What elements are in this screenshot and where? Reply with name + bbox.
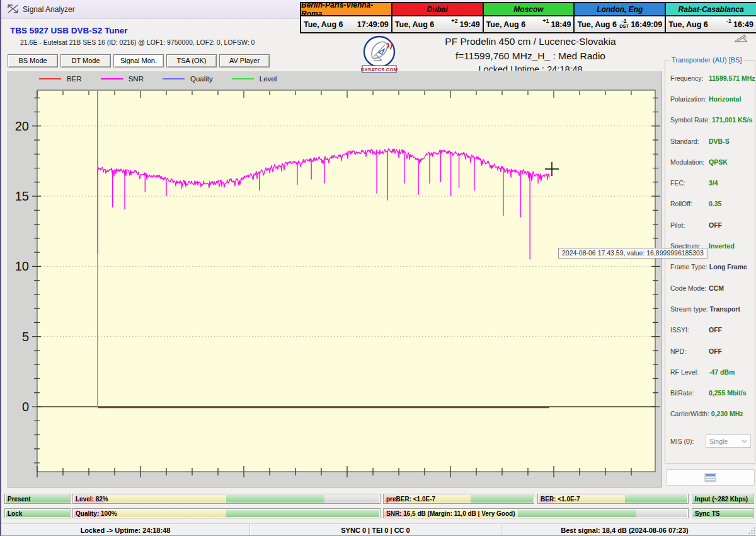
transponder-row: Polarization:Horizontal — [665, 88, 755, 109]
transponder-row: FEC:3/4 — [665, 172, 755, 193]
tuner-details: 21.6E - Eutelsat 21B SES 16 (ID: 0216) @… — [20, 38, 255, 46]
transponder-row-value: 0,255 Mbit/s — [709, 389, 747, 397]
transponder-row: CarrierWidth:0,230 MHz — [665, 404, 755, 424]
transponder-row: Modulation:QPSK — [665, 151, 755, 172]
status-sync-counts: SYNC 0 | TEI 0 | CC 0 — [250, 524, 501, 536]
transponder-row-value: QPSK — [709, 158, 728, 166]
transponder-row-value: 3/4 — [709, 179, 718, 187]
clock-date: Tue, Aug 6 — [668, 20, 726, 29]
stream-info-button[interactable] — [666, 469, 755, 486]
logo-text: DXSATCS.COM — [361, 67, 398, 73]
transponder-row-value: CCM — [709, 284, 724, 292]
svg-text:15: 15 — [15, 189, 29, 203]
present-bar: Present — [4, 494, 71, 504]
tab-signal-mon[interactable]: Signal Mon. — [113, 54, 164, 67]
status-uptime: Locked -> Uptime: 24:18:48 — [1, 524, 249, 536]
clock-city: London, Eng — [575, 3, 665, 16]
site-title: PF Prodelin 450 cm / Lucenec-Slovakia — [354, 36, 707, 47]
clock-date: Tue, Aug 6 — [577, 20, 619, 29]
svg-text:10: 10 — [15, 259, 29, 273]
input-bar: Input (~282 Kbps) — [692, 494, 754, 504]
clock-utc-offset: -1DST — [619, 18, 629, 29]
chart-tooltip: 2024-08-06 17.43.59, value: 16,899999618… — [558, 248, 707, 259]
transponder-row-value: Long Frame — [709, 263, 747, 271]
mis-dropdown[interactable]: Single — [706, 434, 751, 448]
transponder-row-value: Inverted — [709, 242, 735, 250]
signal-chart[interactable]: BERSNRQualityLevel 05101520 2024-08-06 1… — [6, 71, 661, 487]
transponder-rows: Frequency:11599,571 MHzPolarization:Hori… — [665, 67, 755, 424]
tab-av-player[interactable]: AV Player — [219, 54, 270, 67]
stream-list-icon — [704, 473, 716, 482]
transponder-row-label: ISSYI: — [670, 326, 707, 334]
transponder-row-label: CarrierWidth: — [670, 410, 709, 417]
clock-cell: Berlin-Paris-Vienna-RomaTue, Aug 617:49:… — [301, 3, 392, 32]
mis-selected-value: Single — [709, 438, 742, 445]
clock-time: 18:49 — [551, 20, 571, 29]
transponder-row: Stream type:Transport — [665, 298, 755, 319]
clock-cell: London, EngTue, Aug 6-1DST16:49:09 — [575, 3, 666, 32]
frequency-title: f=11599,760 MHz_H_ : Med Radio — [354, 50, 707, 62]
clock-cell: Rabat-CasablancaTue, Aug 6-116:49 — [666, 3, 756, 32]
transponder-row-label: Polarization: — [670, 95, 707, 103]
clock-date: Tue, Aug 6 — [395, 20, 452, 29]
transponder-row: Code Mode:CCM — [665, 277, 755, 298]
clock-time: 17:49:09 — [357, 20, 389, 29]
mode-tabs: BS Mode DT Mode Signal Mon. TSA (OK) AV … — [8, 54, 270, 67]
clock-dst-label: DST — [619, 24, 629, 29]
transponder-panel: Transponder (AU) [BS] Frequency:11599,57… — [665, 61, 755, 463]
tab-dt-mode[interactable]: DT Mode — [60, 54, 111, 67]
transponder-row: Standard:DVB-S — [665, 131, 755, 151]
transponder-row-label: Standard: — [670, 137, 707, 145]
transponder-row-label: Symbol Rate: — [670, 116, 710, 124]
svg-text:5: 5 — [22, 330, 29, 344]
transponder-row-label: Stream type: — [670, 305, 708, 313]
dxsatcs-logo: DXSATCS.COM — [361, 35, 398, 74]
status-best-signal: Best signal: 18,4 dB (2024-08-06 07:23) — [501, 524, 748, 536]
lock-bar: Lock — [4, 508, 71, 518]
clock-time: 16:49:09 — [631, 20, 662, 29]
chart-canvas[interactable]: 05101520 — [6, 71, 661, 487]
transponder-row-label: Code Mode: — [670, 284, 707, 292]
transponder-row-label: Frequency: — [670, 74, 707, 82]
transponder-row-label: RollOff: — [670, 200, 707, 207]
clock-city: Moscow — [484, 3, 574, 16]
transponder-row: NPD:OFF — [665, 341, 755, 361]
transponder-row: Frequency:11599,571 MHz — [665, 67, 755, 88]
status-bar: Locked -> Uptime: 24:18:48 SYNC 0 | TEI … — [1, 523, 756, 536]
transponder-row-label: Pilot: — [670, 221, 707, 229]
clock-time: 19:49 — [460, 20, 480, 29]
signal-analyzer-window: { "window": { "title": "Signal Analyzer"… — [0, 0, 756, 536]
transponder-row-value: 171,001 KS/s — [712, 116, 752, 124]
transponder-row-value: 11599,571 MHz — [709, 74, 755, 82]
tab-tsa[interactable]: TSA (OK) — [166, 54, 217, 67]
clock-cell: MoscowTue, Aug 6+118:49 — [484, 3, 575, 32]
clock-cell: DubaiTue, Aug 6+219:49 — [392, 3, 484, 32]
transponder-row: Symbol Rate:171,001 KS/s — [665, 110, 755, 131]
transponder-row-value: Transport — [710, 305, 740, 313]
signal-analyzer-icon — [8, 4, 18, 16]
level-bar: Level: 82% — [72, 494, 381, 504]
dxsatcs-signature-icon — [731, 33, 750, 47]
transponder-row-label: Frame Type: — [670, 263, 707, 271]
tab-bs-mode[interactable]: BS Mode — [8, 54, 58, 67]
clock-time: 16:49 — [733, 20, 753, 29]
ber-bar: BER: <1.0E-7 — [537, 494, 689, 504]
transponder-row: ISSYI:OFF — [665, 320, 755, 341]
chevron-down-icon — [742, 440, 747, 443]
transponder-row-value: 0,230 MHz — [711, 410, 743, 417]
mis-row: MIS (0): Single — [670, 434, 751, 448]
transponder-row-label: Modulation: — [670, 158, 707, 166]
transponder-row-label: BitRate: — [670, 389, 707, 397]
clock-utc-offset: +2 — [451, 18, 457, 24]
clock-city: Rabat-Casablanca — [666, 3, 756, 16]
transponder-row-label: NPD: — [670, 347, 707, 355]
snr-bar: SNR: 16,5 dB (Margin: 11,0 dB | Very Goo… — [383, 508, 689, 518]
clock-utc-offset: +1 — [542, 18, 549, 24]
clock-utc-offset: -1 — [726, 18, 731, 24]
transponder-row-value: OFF — [709, 221, 722, 229]
transponder-row-value: DVB-S — [709, 137, 730, 145]
preber-bar: preBER: <1.0E-7 — [383, 494, 534, 504]
transponder-row: RollOff:0.35 — [665, 194, 755, 214]
resize-grip[interactable] — [748, 527, 756, 535]
transponder-row: RF Level:-47 dBm — [665, 361, 755, 382]
